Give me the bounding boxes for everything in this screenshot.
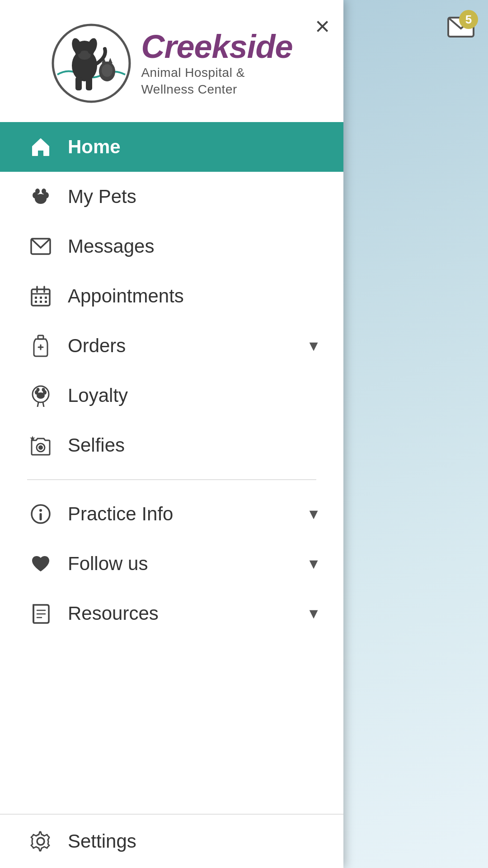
gear-icon: [23, 831, 59, 852]
logo-container: Creekside Animal Hospital &Wellness Cent…: [51, 23, 292, 104]
nav-label-messages: Messages: [68, 236, 321, 257]
nav-item-home[interactable]: Home: [0, 122, 343, 172]
nav-item-practice-info[interactable]: Practice Info ▼: [0, 489, 343, 539]
calendar-icon: [23, 286, 59, 307]
svg-point-50: [37, 838, 44, 845]
nav-item-appointments[interactable]: Appointments: [0, 271, 343, 321]
bottle-icon: [23, 335, 59, 357]
svg-line-39: [43, 402, 44, 407]
creekside-logo-svg: [51, 23, 132, 104]
nav-label-home: Home: [68, 136, 321, 158]
close-button[interactable]: ×: [315, 14, 330, 39]
svg-rect-25: [45, 297, 47, 299]
svg-point-17: [42, 189, 46, 194]
nav-item-resources[interactable]: Resources ▼: [0, 589, 343, 638]
envelope-icon: [23, 238, 59, 255]
notification-icon-wrap[interactable]: 5: [443, 9, 479, 45]
svg-line-38: [38, 402, 38, 407]
svg-rect-11: [75, 77, 82, 90]
notification-area: 5: [443, 9, 479, 45]
settings-label: Settings: [68, 830, 136, 852]
logo-text: Creekside Animal Hospital &Wellness Cent…: [141, 29, 292, 98]
settings-item[interactable]: Settings: [0, 814, 343, 868]
svg-marker-4: [108, 58, 113, 63]
nav-label-orders: Orders: [68, 335, 302, 357]
brand-subtitle: Animal Hospital &Wellness Center: [141, 65, 292, 98]
svg-rect-23: [35, 297, 37, 299]
nav-label-resources: Resources: [68, 603, 302, 624]
nav-label-follow-us: Follow us: [68, 553, 302, 575]
svg-rect-26: [35, 301, 37, 303]
nav-label-my-pets: My Pets: [68, 186, 321, 208]
svg-point-37: [42, 388, 45, 392]
nav-label-loyalty: Loyalty: [68, 385, 321, 406]
svg-rect-12: [86, 77, 92, 90]
resources-chevron-icon: ▼: [306, 605, 321, 622]
paw-icon: [23, 186, 59, 207]
svg-point-44: [39, 509, 42, 512]
loyalty-icon: [23, 384, 59, 407]
svg-rect-27: [40, 301, 42, 303]
info-icon: [23, 504, 59, 524]
nav-item-selfies[interactable]: Selfies: [0, 420, 343, 470]
camera-icon: [23, 435, 59, 456]
svg-rect-24: [40, 297, 42, 299]
nav-label-appointments: Appointments: [68, 285, 321, 307]
logo-image: [51, 23, 132, 104]
svg-rect-28: [45, 301, 47, 303]
home-icon: [23, 137, 59, 157]
drawer: ×: [0, 0, 343, 868]
practice-info-chevron-icon: ▼: [306, 506, 321, 523]
nav-item-orders[interactable]: Orders ▼: [0, 321, 343, 371]
nav-items: Home My Pets: [0, 122, 343, 814]
logo-area: Creekside Animal Hospital &Wellness Cent…: [0, 0, 343, 122]
follow-us-chevron-icon: ▼: [306, 556, 321, 572]
brand-name: Creekside: [141, 29, 292, 65]
nav-item-follow-us[interactable]: Follow us ▼: [0, 539, 343, 589]
nav-label-selfies: Selfies: [68, 434, 321, 456]
nav-label-practice-info: Practice Info: [68, 503, 302, 525]
nav-item-messages[interactable]: Messages: [0, 222, 343, 271]
svg-point-16: [35, 189, 40, 194]
nav-item-my-pets[interactable]: My Pets: [0, 172, 343, 222]
notification-badge: 5: [459, 10, 478, 29]
heart-icon: [23, 554, 59, 573]
nav-item-loyalty[interactable]: Loyalty: [0, 371, 343, 420]
svg-point-36: [37, 388, 40, 392]
svg-rect-45: [40, 513, 42, 520]
svg-point-5: [102, 64, 113, 77]
nav-divider: [27, 479, 316, 480]
orders-chevron-icon: ▼: [306, 338, 321, 354]
book-icon: [23, 603, 59, 624]
svg-point-42: [38, 445, 43, 450]
